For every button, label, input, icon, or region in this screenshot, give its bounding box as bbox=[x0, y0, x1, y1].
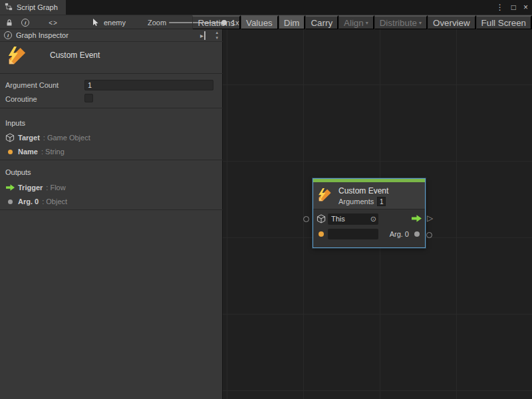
unity-script-graph-window: Script Graph ⋮ □ × i <> enemy Zoom 1x Re… bbox=[0, 0, 532, 399]
output-row-arg0: Arg. 0 : Object bbox=[5, 197, 67, 206]
inspector-toggle-icon[interactable]: i bbox=[19, 16, 32, 29]
input-row-target: Target : Game Object bbox=[5, 133, 90, 142]
custom-event-icon bbox=[7, 47, 27, 66]
unit-title: Custom Event bbox=[50, 51, 100, 60]
custom-event-node[interactable]: Custom Event Arguments 1 This ⊙ bbox=[313, 178, 426, 248]
tab-script-graph[interactable]: Script Graph bbox=[0, 0, 66, 15]
window-close-icon[interactable]: × bbox=[523, 3, 528, 12]
chevron-down-icon: ▾ bbox=[419, 16, 422, 30]
graph-breadcrumb[interactable]: enemy bbox=[92, 15, 126, 30]
coroutine-checkbox[interactable] bbox=[84, 94, 93, 102]
distribute-button[interactable]: Distribute ▾ bbox=[374, 15, 428, 30]
argument-count-input[interactable] bbox=[84, 80, 213, 90]
graph-toolbar: i <> enemy Zoom 1x Relations Values Dim … bbox=[0, 15, 532, 29]
info-icon: i bbox=[4, 31, 12, 39]
custom-event-icon bbox=[317, 188, 332, 203]
flow-arrow-icon bbox=[5, 183, 15, 192]
align-button[interactable]: Align ▾ bbox=[338, 15, 374, 30]
arg0-output-port[interactable] bbox=[426, 232, 432, 238]
graph-name: enemy bbox=[104, 19, 126, 27]
panel-scroll-arrows[interactable]: ▴ ▾ bbox=[215, 30, 218, 41]
script-graph-icon bbox=[5, 3, 13, 12]
code-view-icon[interactable]: <> bbox=[47, 16, 60, 29]
divider bbox=[0, 209, 223, 210]
divider bbox=[0, 108, 223, 108]
graph-inspector-header: i Graph Inspector ▸ ▴ ▾ bbox=[0, 29, 223, 42]
graph-inspector-panel: i Graph Inspector ▸ ▴ ▾ Custom Event Arg… bbox=[0, 29, 223, 399]
node-body: This ⊙ Arg. 0 bbox=[313, 209, 425, 247]
name-input-field[interactable] bbox=[328, 229, 378, 239]
window-menu-icon[interactable]: ⋮ bbox=[496, 3, 504, 12]
node-arguments: Arguments 1 bbox=[338, 197, 386, 206]
chevron-down-icon: ▾ bbox=[366, 16, 368, 30]
output-row-trigger: Trigger : Flow bbox=[5, 183, 66, 192]
overview-button[interactable]: Overview bbox=[428, 15, 476, 30]
panel-title: Graph Inspector bbox=[16, 29, 68, 42]
dock-panel-icon[interactable]: ▸ bbox=[200, 31, 205, 40]
carry-button[interactable]: Carry bbox=[305, 15, 338, 30]
arg0-port-dot[interactable] bbox=[414, 231, 420, 237]
relations-button[interactable]: Relations bbox=[192, 15, 241, 30]
outputs-heading: Outputs bbox=[5, 168, 31, 176]
node-title: Custom Event bbox=[338, 186, 388, 196]
zoom-label: Zoom bbox=[148, 15, 166, 30]
toolbar-buttons: Relations Values Dim Carry Align ▾ Distr… bbox=[192, 15, 532, 30]
arg0-label: Arg. 0 bbox=[390, 230, 409, 238]
name-input-port[interactable] bbox=[319, 231, 324, 237]
game-object-cube-icon[interactable] bbox=[317, 214, 326, 223]
divider bbox=[0, 73, 223, 74]
target-this-dropdown[interactable]: This ⊙ bbox=[328, 213, 378, 225]
graph-pointer-icon bbox=[92, 18, 100, 28]
arguments-count-field[interactable]: 1 bbox=[377, 197, 386, 206]
trigger-output-port[interactable]: ▷ bbox=[427, 213, 433, 223]
string-value-dot-icon bbox=[5, 147, 15, 156]
tab-title: Script Graph bbox=[17, 3, 58, 11]
inputs-heading: Inputs bbox=[5, 119, 25, 127]
fullscreen-button[interactable]: Full Screen bbox=[476, 15, 532, 30]
trigger-flow-arrow-icon[interactable] bbox=[412, 215, 422, 222]
window-maximize-icon[interactable]: □ bbox=[511, 3, 516, 12]
target-input-port[interactable] bbox=[303, 216, 309, 222]
coroutine-label: Coroutine bbox=[5, 95, 37, 103]
divider bbox=[0, 160, 223, 160]
scroll-up-icon[interactable]: ▴ bbox=[215, 30, 218, 35]
node-header[interactable]: Custom Event Arguments 1 bbox=[313, 182, 425, 209]
object-value-dot-icon bbox=[5, 197, 15, 206]
scroll-down-icon[interactable]: ▾ bbox=[215, 35, 218, 41]
game-object-cube-icon bbox=[5, 133, 15, 142]
titlebar: Script Graph ⋮ □ × bbox=[0, 0, 532, 15]
dim-button[interactable]: Dim bbox=[279, 15, 306, 30]
values-button[interactable]: Values bbox=[241, 15, 279, 30]
graph-canvas[interactable]: ▷ Custom Event Arguments 1 bbox=[223, 29, 532, 399]
argument-count-label: Argument Count bbox=[5, 81, 59, 89]
input-row-name: Name : String bbox=[5, 147, 65, 156]
lock-icon[interactable] bbox=[3, 16, 16, 29]
object-picker-icon[interactable]: ⊙ bbox=[370, 213, 376, 225]
window-controls: ⋮ □ × bbox=[496, 0, 528, 15]
